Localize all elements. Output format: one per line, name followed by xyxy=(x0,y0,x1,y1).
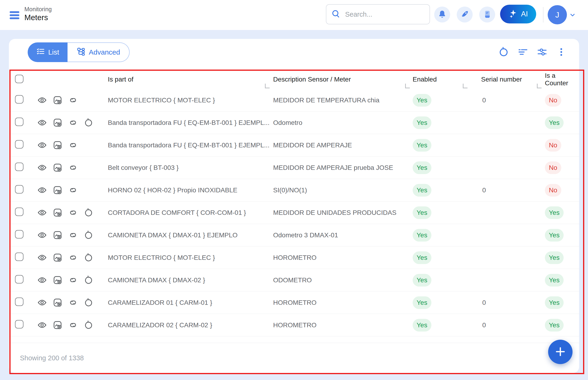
row-count-label: Showing 200 of 1338 xyxy=(20,354,84,362)
add-image-icon[interactable] xyxy=(53,163,62,173)
column-header-serial-number[interactable]: Serial number xyxy=(469,76,543,83)
table-footer: Showing 200 of 1338 xyxy=(9,343,579,373)
link-icon[interactable] xyxy=(68,118,78,128)
description-cell: HOROMETRO xyxy=(273,254,412,262)
reset-meter-icon[interactable] xyxy=(83,320,94,330)
search-input[interactable] xyxy=(345,10,423,19)
breadcrumb-section: Monitoring xyxy=(24,6,52,13)
column-header-is-a-counter[interactable]: Is a Counter xyxy=(543,72,579,87)
enabled-badge: Yes xyxy=(413,139,431,152)
chevron-down-icon[interactable] xyxy=(569,11,576,19)
view-icon[interactable] xyxy=(37,230,47,240)
description-cell: SI(0)/NO(1) xyxy=(273,187,412,194)
description-cell: HOROMETRO xyxy=(273,322,412,329)
add-image-icon[interactable] xyxy=(53,140,62,150)
add-image-icon[interactable] xyxy=(53,95,62,105)
view-icon[interactable] xyxy=(37,118,47,128)
add-meter-button[interactable] xyxy=(548,340,572,364)
is-a-counter-badge: No xyxy=(545,94,561,107)
link-icon[interactable] xyxy=(68,95,78,105)
tab-list-view[interactable]: List xyxy=(28,42,67,62)
row-checkbox[interactable] xyxy=(15,185,23,193)
view-icon[interactable] xyxy=(37,163,47,173)
row-checkbox[interactable] xyxy=(15,95,23,104)
link-icon[interactable] xyxy=(68,253,78,263)
link-icon[interactable] xyxy=(68,230,78,240)
column-header-enabled[interactable]: Enabled xyxy=(412,76,469,83)
add-image-icon[interactable] xyxy=(53,118,62,128)
reset-meter-icon[interactable] xyxy=(83,253,94,263)
description-cell: MEDIDOR DE TEMPERATURA chia xyxy=(273,96,412,104)
tab-advanced-view[interactable]: Advanced xyxy=(67,42,130,62)
settings-sliders-icon[interactable] xyxy=(536,46,548,58)
add-image-icon[interactable] xyxy=(53,253,62,263)
add-image-icon[interactable] xyxy=(53,298,62,308)
add-image-icon[interactable] xyxy=(53,208,62,218)
search-box xyxy=(326,4,430,24)
row-checkbox[interactable] xyxy=(15,253,23,261)
reset-meter-icon[interactable] xyxy=(83,118,94,128)
view-icon[interactable] xyxy=(37,320,47,330)
notifications-button[interactable] xyxy=(434,7,450,22)
view-icon[interactable] xyxy=(37,275,47,285)
meters-card: List Advanced xyxy=(9,39,579,373)
table-row: CAMIONETA DMAX { DMAX-02 }ODOMETROYesYes xyxy=(9,269,579,291)
cards-button[interactable] xyxy=(479,7,495,22)
row-checkbox[interactable] xyxy=(15,275,23,284)
link-icon[interactable] xyxy=(68,163,78,173)
reset-meter-icon[interactable] xyxy=(83,230,94,240)
row-actions xyxy=(31,230,96,240)
filter-icon[interactable] xyxy=(517,46,528,58)
link-icon[interactable] xyxy=(68,320,78,330)
link-icon[interactable] xyxy=(68,185,78,195)
add-image-icon[interactable] xyxy=(53,185,62,195)
row-checkbox[interactable] xyxy=(15,320,23,328)
table-row: CARAMELIZADOR 02 { CARM-02 }HOROMETROYes… xyxy=(9,314,579,336)
add-image-icon[interactable] xyxy=(53,275,62,285)
link-icon[interactable] xyxy=(68,208,78,218)
user-avatar[interactable]: J xyxy=(548,5,567,24)
row-checkbox[interactable] xyxy=(15,140,23,149)
is-a-counter-badge: Yes xyxy=(545,206,564,219)
column-header-description[interactable]: Description Sensor / Meter xyxy=(273,76,412,83)
row-checkbox[interactable] xyxy=(15,208,23,216)
plus-icon xyxy=(554,345,567,359)
row-checkbox[interactable] xyxy=(15,163,23,171)
whats-new-button[interactable] xyxy=(457,7,473,22)
table-row: Banda transportadora FU { EQ-EM-BT-001 }… xyxy=(9,134,579,156)
view-icon[interactable] xyxy=(37,95,47,105)
link-icon[interactable] xyxy=(68,298,78,308)
view-icon[interactable] xyxy=(37,253,47,263)
refresh-icon[interactable] xyxy=(498,46,509,58)
reset-meter-icon[interactable] xyxy=(83,208,94,218)
column-resize-handle[interactable] xyxy=(463,84,467,88)
row-checkbox[interactable] xyxy=(15,298,23,306)
reset-meter-icon[interactable] xyxy=(83,275,94,285)
is-a-counter-badge: Yes xyxy=(545,116,564,129)
add-image-icon[interactable] xyxy=(53,230,62,240)
is-part-of-cell: Banda transportadora FU { EQ-EM-BT-001 }… xyxy=(96,141,273,149)
description-cell: MEDIDOR DE AMPERAJE xyxy=(273,141,412,149)
menu-button[interactable] xyxy=(8,8,21,22)
table-header: Is part of Description Sensor / Meter En… xyxy=(9,70,579,89)
column-resize-handle[interactable] xyxy=(265,84,270,88)
row-checkbox[interactable] xyxy=(15,118,23,126)
view-icon[interactable] xyxy=(37,185,47,195)
column-resize-handle[interactable] xyxy=(537,84,542,88)
row-checkbox[interactable] xyxy=(15,230,23,239)
reset-meter-icon[interactable] xyxy=(83,298,94,308)
column-resize-handle[interactable] xyxy=(405,84,410,88)
link-icon[interactable] xyxy=(68,275,78,285)
ai-assistant-button[interactable]: AI xyxy=(500,5,536,23)
view-icon[interactable] xyxy=(37,208,47,218)
select-all-checkbox[interactable] xyxy=(15,75,23,83)
table-row: MOTOR ELECTRICO { MOT-ELEC }MEDIDOR DE T… xyxy=(9,89,579,112)
more-options-icon[interactable] xyxy=(556,46,567,58)
row-actions xyxy=(31,140,96,150)
rocket-icon xyxy=(460,9,470,20)
view-icon[interactable] xyxy=(37,140,47,150)
column-header-is-part-of[interactable]: Is part of xyxy=(96,76,273,83)
link-icon[interactable] xyxy=(68,140,78,150)
add-image-icon[interactable] xyxy=(53,320,62,330)
view-icon[interactable] xyxy=(37,298,47,308)
